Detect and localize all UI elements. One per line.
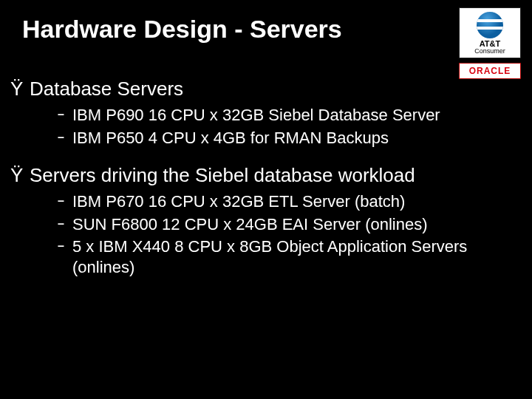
list-item: – IBM P670 16 CPU x 32GB ETL Server (bat… (58, 191, 522, 212)
list-item-text: SUN F6800 12 CPU x 24GB EAI Server (onli… (72, 214, 522, 235)
slide-body: Ÿ Database Servers – IBM P690 16 CPU x 3… (10, 78, 522, 293)
att-logo-subtext: Consumer (474, 48, 505, 55)
att-logo-text: AT&T (480, 40, 501, 48)
section-heading: Ÿ Servers driving the Siebel database wo… (10, 164, 522, 187)
section-heading: Ÿ Database Servers (10, 78, 522, 100)
list-item: – IBM P690 16 CPU x 32GB Siebel Database… (58, 105, 522, 126)
dash-icon: – (58, 191, 72, 211)
oracle-logo-text: ORACLE (469, 66, 511, 76)
bullet-icon: Ÿ (10, 79, 30, 98)
list-item-text: IBM P650 4 CPU x 4GB for RMAN Backups (72, 128, 522, 149)
list-item-text: 5 x IBM X440 8 CPU x 8GB Object Applicat… (72, 236, 522, 277)
att-logo: AT&T Consumer (459, 7, 521, 58)
list-item: – IBM P650 4 CPU x 4GB for RMAN Backups (58, 128, 522, 149)
section-workload-servers: Ÿ Servers driving the Siebel database wo… (10, 164, 522, 277)
att-globe-icon (477, 12, 503, 38)
list-item: – SUN F6800 12 CPU x 24GB EAI Server (on… (58, 214, 522, 235)
dash-icon: – (58, 105, 72, 124)
dash-icon: – (58, 214, 72, 233)
slide-title: Hardware Design - Servers (22, 15, 342, 44)
list-item: – 5 x IBM X440 8 CPU x 8GB Object Applic… (58, 236, 522, 277)
section-database-servers: Ÿ Database Servers – IBM P690 16 CPU x 3… (10, 78, 522, 148)
logo-stack: AT&T Consumer ORACLE (458, 7, 522, 79)
list-item-text: IBM P690 16 CPU x 32GB Siebel Database S… (72, 105, 522, 126)
bullet-icon: Ÿ (10, 166, 30, 185)
dash-icon: – (58, 128, 72, 147)
section-heading-text: Servers driving the Siebel database work… (30, 164, 415, 187)
list-item-text: IBM P670 16 CPU x 32GB ETL Server (batch… (72, 191, 522, 212)
dash-icon: – (58, 236, 72, 256)
section-heading-text: Database Servers (30, 78, 183, 100)
slide: Hardware Design - Servers AT&T Consumer … (0, 0, 532, 399)
item-list: – IBM P690 16 CPU x 32GB Siebel Database… (10, 105, 522, 148)
item-list: – IBM P670 16 CPU x 32GB ETL Server (bat… (10, 191, 522, 277)
oracle-logo: ORACLE (459, 63, 521, 79)
